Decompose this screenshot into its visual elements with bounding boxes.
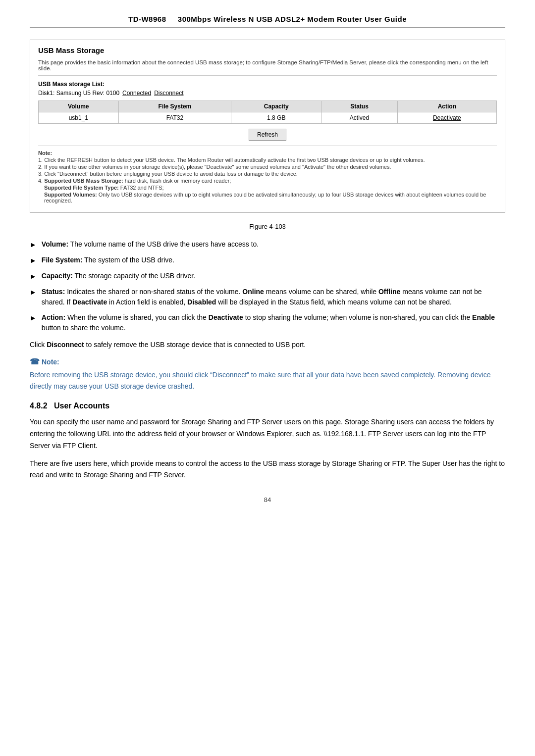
col-filesystem: File System [118,101,231,112]
note-fs: Supported File System Type: FAT32 and NT… [44,185,497,191]
bullet-capacity: ► Capacity: The storage capacity of the … [30,271,505,282]
note-3: 3. Click "Disconnect" button before unpl… [38,171,497,177]
cell-filesystem: FAT32 [118,112,231,124]
col-capacity: Capacity [231,101,321,112]
bullet-volume: ► Volume: The volume name of the USB dri… [30,239,505,250]
table-row: usb1_1FAT321.8 GBActivedDeactivate [39,112,497,124]
disconnect-bold: Disconnect [47,341,84,349]
disk-name: Disk1: Samsung U5 Rev: 0100 [38,90,119,97]
arrow-icon-1: ► [30,240,37,250]
bullet-status-text: Status: Indicates the shared or non-shar… [42,287,505,307]
note-2: 2. If you want to use other volumes in y… [38,164,497,170]
note-vol: Supported Volumes: Only two USB storage … [44,192,497,203]
figure-caption: Figure 4-103 [30,223,505,230]
note-title: ☎ Note: [30,357,505,366]
col-volume: Volume [39,101,119,112]
bullet-filesystem-text: File System: The system of the USB drive… [42,255,174,265]
note-4: 4. Supported USB Mass Storage: hard disk… [38,178,497,184]
guide-title: 300Mbps Wireless N USB ADSL2+ Modem Rout… [178,15,407,23]
refresh-container: Refresh [38,129,497,141]
note-phone-icon: ☎ [30,357,40,366]
usb-notes: Note: 1. Click the REFRESH button to det… [38,146,497,203]
section-heading: 4.8.2 User Accounts [30,402,505,410]
connected-link[interactable]: Connected [122,90,151,97]
arrow-icon-3: ► [30,271,37,282]
arrow-icon-2: ► [30,255,37,266]
section-number: 4.8.2 [30,402,48,410]
usb-mass-storage-box: USB Mass Storage This page provides the … [30,40,505,213]
arrow-icon-5: ► [30,313,37,323]
usb-disk-info: Disk1: Samsung U5 Rev: 0100 Connected Di… [38,90,497,97]
model-label: TD-W8968 [128,15,166,23]
cell-volume: usb1_1 [39,112,119,124]
deactivate-link[interactable]: Deactivate [433,114,461,121]
bullet-list: ► Volume: The volume name of the USB dri… [30,239,505,333]
disconnect-link[interactable]: Disconnect [154,90,183,97]
section-title: User Accounts [54,402,109,410]
usb-box-title: USB Mass Storage [38,46,497,54]
section-para2: There are five users here, which provide… [30,458,505,482]
bullet-action-text: Action: When the volume is shared, you c… [42,312,505,333]
bullet-status: ► Status: Indicates the shared or non-sh… [30,287,505,307]
note-label: Note: [38,150,497,156]
refresh-button[interactable]: Refresh [249,129,286,141]
click-disconnect-para: Click Disconnect to safely remove the US… [30,339,505,350]
col-action: Action [397,101,496,112]
bullet-volume-text: Volume: The volume name of the USB drive… [42,239,259,250]
arrow-icon-4: ► [30,287,37,298]
note-body: Before removing the USB storage device, … [30,369,505,392]
usb-table: Volume File System Capacity Status Actio… [38,101,497,124]
col-status: Status [321,101,397,112]
section-para1: You can specify the user name and passwo… [30,416,505,452]
note-heading: Note: [42,358,59,366]
note-section: ☎ Note: Before removing the USB storage … [30,357,505,392]
usb-list-label: USB Mass storage List: [38,81,497,88]
cell-capacity: 1.8 GB [231,112,321,124]
table-header-row: Volume File System Capacity Status Actio… [39,101,497,112]
bullet-action: ► Action: When the volume is shared, you… [30,312,505,333]
note-1: 1. Click the REFRESH button to detect yo… [38,157,497,163]
page-number: 84 [30,496,505,504]
usb-description: This page provides the basic information… [38,59,497,76]
bullet-capacity-text: Capacity: The storage capacity of the US… [42,271,195,281]
bullet-filesystem: ► File System: The system of the USB dri… [30,255,505,266]
cell-status: Actived [321,112,397,124]
page-header: TD-W8968 300Mbps Wireless N USB ADSL2+ M… [30,15,505,28]
